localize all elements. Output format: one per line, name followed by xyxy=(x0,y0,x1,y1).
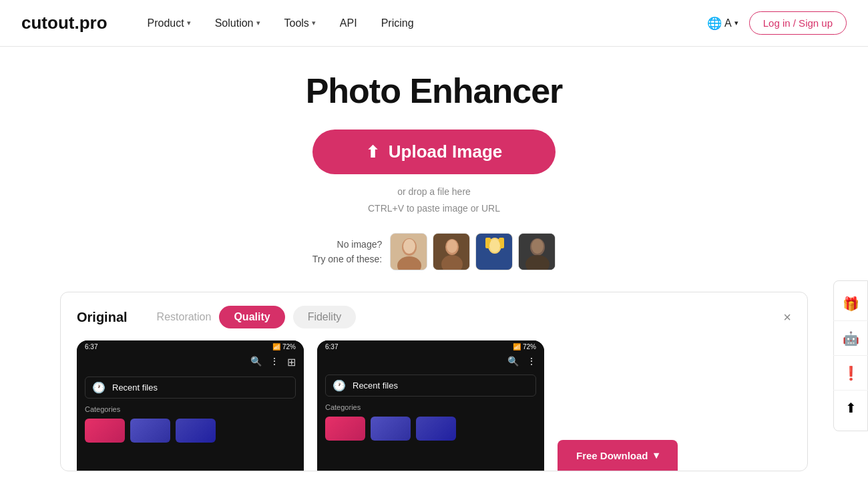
header: cutout.pro Product ▾ Solution ▾ Tools ▾ … xyxy=(0,0,868,47)
phone-recent-files-1: 🕐 Recent files xyxy=(85,377,296,399)
alert-button[interactable]: ❗ xyxy=(833,356,868,391)
chevron-down-icon: ▾ xyxy=(734,19,738,27)
enhanced-screenshot: 6:37 📶 72% 🔍 ⋮ 🕐 Recent files Categories xyxy=(317,340,544,471)
phone-categories-2: Categories xyxy=(325,401,536,414)
nav-tools[interactable]: Tools ▾ xyxy=(284,17,316,29)
original-screenshot: 6:37 📶 72% 🔍 ⋮ ⊞ 🕐 Recent files Categori… xyxy=(77,340,304,471)
login-button[interactable]: Log in / Sign up xyxy=(749,11,847,35)
sample-image-2[interactable] xyxy=(433,233,470,270)
download-button[interactable]: Free Download ▾ xyxy=(558,440,678,471)
upload-icon: ⬆ xyxy=(366,143,379,162)
robot-button[interactable]: 🤖 xyxy=(833,321,868,356)
screenshots-container: 6:37 📶 72% 🔍 ⋮ ⊞ 🕐 Recent files Categori… xyxy=(77,340,791,471)
nav: Product ▾ Solution ▾ Tools ▾ API Pricing xyxy=(148,17,708,29)
nav-product[interactable]: Product ▾ xyxy=(148,17,191,29)
close-button[interactable]: × xyxy=(783,310,791,325)
svg-point-12 xyxy=(489,239,500,252)
drop-hint: or drop a file here CTRL+V to paste imag… xyxy=(368,184,500,217)
page-title: Photo Enhancer xyxy=(306,71,563,111)
gift-button[interactable]: 🎁 xyxy=(833,286,868,321)
svg-point-3 xyxy=(403,239,415,254)
drop-hint-line2: CTRL+V to paste image or URL xyxy=(368,200,500,217)
nav-pricing[interactable]: Pricing xyxy=(381,17,414,29)
search-icon[interactable]: 🔍 xyxy=(250,356,262,369)
clock-icon: 🕐 xyxy=(333,379,346,392)
side-panel: 🎁 🤖 ❗ ⬆ xyxy=(833,280,868,431)
phone-content-2: 🕐 Recent files Categories xyxy=(317,369,544,446)
svg-point-16 xyxy=(531,239,544,254)
phone-statusbar-1: 6:37 📶 72% xyxy=(77,340,304,353)
phone-statusbar-2: 6:37 📶 72% xyxy=(317,340,544,353)
upload-button[interactable]: ⬆ Upload Image xyxy=(312,130,556,174)
phone-toolbar-1: 🔍 ⋮ ⊞ xyxy=(77,353,304,371)
menu-icon[interactable]: ⋮ xyxy=(527,356,536,366)
panel-header: Original Restoration Quality Fidelity × xyxy=(77,306,791,328)
chevron-down-icon: ▾ xyxy=(654,449,659,461)
phone-toolbar-2: 🔍 ⋮ xyxy=(317,353,544,369)
sample-thumbs xyxy=(390,233,556,270)
panel-original-label: Original xyxy=(77,310,128,325)
phone-categories-1: Categories xyxy=(85,403,296,416)
restoration-label: Restoration xyxy=(157,311,212,323)
sample-image-4[interactable] xyxy=(518,233,556,270)
phone-content-1: 🕐 Recent files Categories xyxy=(77,371,304,448)
upload-top-button[interactable]: ⬆ xyxy=(833,391,868,425)
logo[interactable]: cutout.pro xyxy=(21,13,107,33)
translate-icon: 🌐 xyxy=(707,16,722,31)
sample-image-3[interactable] xyxy=(475,233,513,270)
chevron-down-icon: ▾ xyxy=(256,19,260,27)
phone-recent-files-2: 🕐 Recent files xyxy=(325,375,536,397)
chevron-down-icon: ▾ xyxy=(312,19,316,27)
comparison-panel: Original Restoration Quality Fidelity × … xyxy=(60,292,808,471)
menu-icon[interactable]: ⋮ xyxy=(270,356,279,369)
svg-point-7 xyxy=(447,240,457,253)
nav-api[interactable]: API xyxy=(340,17,357,29)
crop-icon: ⊞ xyxy=(287,356,296,369)
sample-images-section: No image? Try one of these: xyxy=(312,233,556,270)
chevron-down-icon: ▾ xyxy=(187,19,191,27)
search-icon[interactable]: 🔍 xyxy=(507,356,519,366)
lang-label: A xyxy=(724,17,732,29)
header-right: 🌐 A ▾ Log in / Sign up xyxy=(707,11,847,35)
panel-tabs: Restoration Quality Fidelity xyxy=(157,306,357,328)
clock-icon: 🕐 xyxy=(92,381,105,394)
drop-hint-line1: or drop a file here xyxy=(368,184,500,200)
tab-quality[interactable]: Quality xyxy=(219,306,284,328)
tab-fidelity[interactable]: Fidelity xyxy=(293,306,357,328)
nav-solution[interactable]: Solution ▾ xyxy=(215,17,260,29)
sample-image-1[interactable] xyxy=(390,233,427,270)
language-selector[interactable]: 🌐 A ▾ xyxy=(707,16,738,31)
main-content: Photo Enhancer ⬆ Upload Image or drop a … xyxy=(0,47,868,471)
samples-label: No image? Try one of these: xyxy=(312,237,383,267)
